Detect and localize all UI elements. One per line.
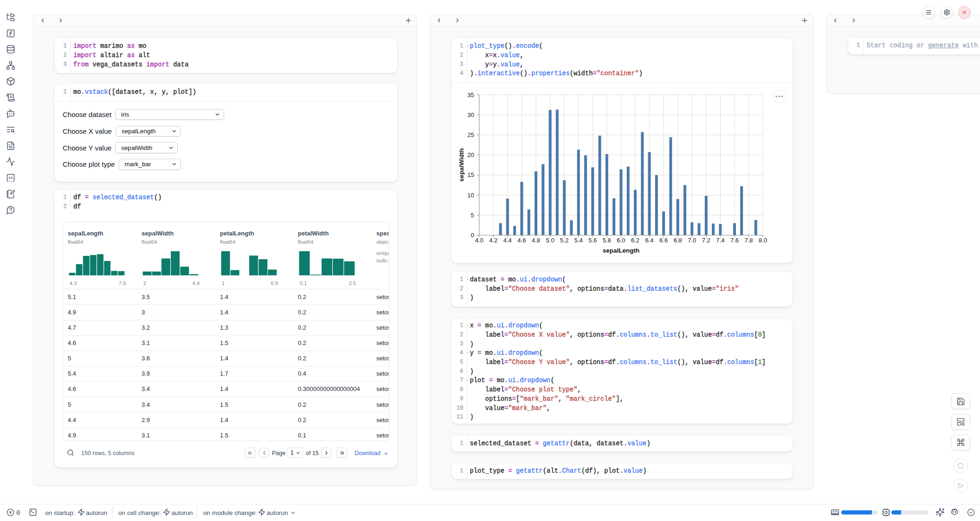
svg-text:20: 20: [467, 151, 474, 158]
svg-text:6.6: 6.6: [659, 237, 668, 244]
svg-text:6.8: 6.8: [673, 237, 682, 244]
svg-text:5: 5: [471, 212, 474, 219]
svg-text:6.0: 6.0: [617, 237, 625, 244]
svg-text:6.2: 6.2: [631, 237, 639, 244]
svg-text:35: 35: [467, 91, 474, 98]
svg-text:sepalWidth: sepalWidth: [458, 148, 464, 182]
svg-text:4.0: 4.0: [475, 237, 483, 244]
svg-text:0: 0: [471, 232, 474, 239]
svg-text:7.4: 7.4: [716, 237, 724, 244]
svg-text:7.2: 7.2: [702, 237, 710, 244]
svg-text:4.8: 4.8: [531, 237, 540, 244]
svg-text:10: 10: [467, 192, 474, 199]
svg-text:5.8: 5.8: [602, 237, 611, 244]
svg-text:5.6: 5.6: [588, 237, 597, 244]
svg-text:5.4: 5.4: [574, 237, 582, 244]
svg-text:25: 25: [467, 131, 474, 138]
svg-text:30: 30: [467, 111, 474, 118]
svg-text:7.0: 7.0: [688, 237, 696, 244]
svg-text:6.4: 6.4: [645, 237, 653, 244]
svg-text:4.6: 4.6: [517, 237, 526, 244]
svg-text:7.6: 7.6: [730, 237, 738, 244]
svg-text:5.2: 5.2: [560, 237, 568, 244]
svg-text:7.8: 7.8: [744, 237, 753, 244]
svg-text:4.4: 4.4: [503, 237, 511, 244]
svg-text:4.2: 4.2: [489, 237, 497, 244]
svg-text:sepalLength: sepalLength: [602, 247, 639, 254]
svg-text:5.0: 5.0: [546, 237, 554, 244]
svg-text:15: 15: [467, 171, 474, 178]
svg-text:8.0: 8.0: [759, 237, 767, 244]
